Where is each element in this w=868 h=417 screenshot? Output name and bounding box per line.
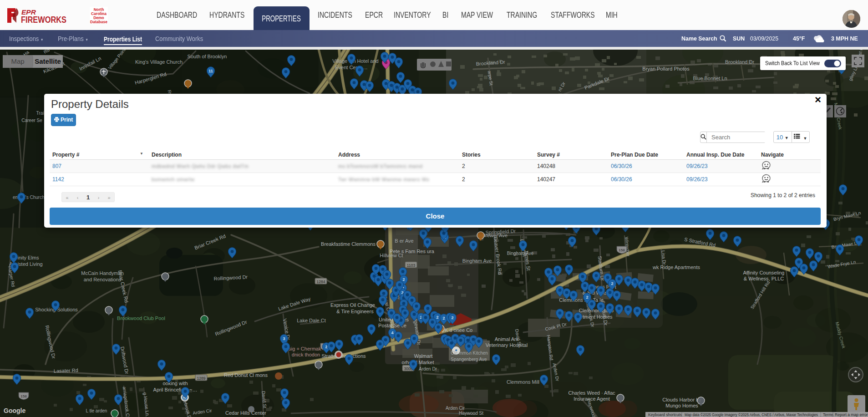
svg-text:artment Homes: artment Homes — [578, 314, 613, 320]
svg-text:Career Se: Career Se — [21, 118, 42, 123]
svg-text:FIREWORKS: FIREWORKS — [21, 15, 66, 24]
svg-text:Brewer Ave: Brewer Ave — [482, 233, 508, 238]
svg-text:Breakfastime Clemmons: Breakfastime Clemmons — [321, 241, 376, 247]
svg-text:2: 2 — [436, 315, 438, 320]
svg-text:Map: Map — [11, 57, 24, 65]
svg-text:1103: 1103 — [407, 263, 416, 268]
svg-text:and Renovations: and Renovations — [84, 277, 122, 282]
svg-text:Bingham Ave: Bingham Ave — [507, 251, 534, 256]
svg-text:April Brincefield ~…: April Brincefield ~… — [153, 387, 198, 392]
svg-text:South of Brooklyn: South of Brooklyn — [188, 54, 227, 59]
svg-text:Google: Google — [4, 407, 25, 414]
svg-text:Charles Weed · Aflac: Charles Weed · Aflac — [568, 390, 615, 396]
svg-text:Bingham Ave: Bingham Ave — [462, 258, 492, 264]
svg-text:Trai: Trai — [36, 111, 44, 116]
svg-text:ooking with: ooking with — [162, 381, 188, 386]
svg-text:B er Ave: B er Ave — [395, 238, 413, 244]
svg-text:Insurance Agent: Insurance Agent — [574, 396, 610, 402]
svg-text:wk Ridge Apartments: wk Ridge Apartments — [652, 264, 700, 270]
svg-text:Brookwood Club Pool: Brookwood Club Pool — [117, 315, 165, 321]
svg-text:Arden Dr: Arden Dr — [419, 366, 437, 371]
svg-text:Keyboard shortcuts: Keyboard shortcuts — [648, 412, 682, 417]
svg-text:L tle arden: L tle arden — [86, 408, 107, 413]
svg-text:2: 2 — [402, 277, 405, 282]
svg-text:Haywood St: Haywood St — [459, 411, 483, 416]
svg-text:2: 2 — [586, 295, 588, 300]
svg-text:Animal Ark: Animal Ark — [495, 336, 519, 342]
svg-text:Lake Dale Ct: Lake Dale Ct — [297, 318, 326, 323]
svg-text:2: 2 — [325, 345, 327, 349]
svg-text:Express Oil Change: Express Oil Change — [330, 302, 375, 308]
svg-text:Satellite: Satellite — [35, 57, 61, 65]
svg-text:2: 2 — [451, 315, 453, 320]
svg-text:dnick thodon: dnick thodon — [292, 352, 320, 357]
svg-text:Lasater Rd: Lasater Rd — [54, 367, 78, 374]
svg-text:Bryan Pollard Photos: Bryan Pollard Photos — [642, 66, 690, 71]
svg-text:Mungo Homes: Mungo Homes — [665, 403, 698, 408]
svg-text:Cedar Hills Center: Cedar Hills Center — [225, 410, 266, 416]
svg-text:Map data ©2025 Google Imagery: Map data ©2025 Google Imagery ©2025 Airb… — [685, 412, 818, 417]
svg-text:Red Donut Cl mons: Red Donut Cl mons — [224, 372, 268, 378]
svg-text:Spangenberg Ave: Spangenberg Ave — [451, 357, 487, 362]
svg-text:Village Inn Hotel and: Village Inn Hotel and — [332, 58, 378, 64]
svg-text:3: 3 — [283, 336, 285, 341]
svg-text:& Wellness, PLLC: & Wellness, PLLC — [744, 276, 784, 281]
svg-text:158: 158 — [20, 394, 27, 398]
svg-text:Walmart: Walmart — [414, 353, 433, 359]
svg-text:Report a map error: Report a map error — [835, 412, 868, 417]
svg-text:Brookland Dr: Brookland Dr — [725, 59, 755, 65]
svg-text:4: 4 — [391, 331, 393, 335]
svg-text:Stratton Inspections: Stratton Inspections — [321, 353, 366, 359]
svg-text:Affinity Counseling: Affinity Counseling — [743, 270, 785, 275]
svg-text:158: 158 — [619, 248, 625, 252]
svg-text:1284: 1284 — [317, 280, 325, 284]
svg-text:Clouds Harbor by: Clouds Harbor by — [662, 397, 701, 402]
svg-text:1289: 1289 — [197, 376, 206, 381]
svg-text:King's Village Church: King's Village Church — [135, 59, 183, 65]
svg-text:Blue Bonnet Ln: Blue Bonnet Ln — [693, 76, 727, 81]
svg-text:Clemmons Mill: Clemmons Mill — [507, 379, 539, 385]
svg-text:orhood Market: orhood Market — [402, 360, 434, 365]
svg-text:2: 2 — [442, 316, 445, 320]
svg-text:2: 2 — [611, 281, 613, 286]
svg-text:Arden Cir: Arden Cir — [446, 406, 465, 411]
svg-text:& Tire Engineers: & Tire Engineers — [336, 309, 374, 314]
svg-text:Pete s Fam Res ura: Pete s Fam Res ura — [390, 249, 435, 254]
svg-text:Terms: Terms — [823, 412, 833, 417]
svg-text:11: 11 — [208, 69, 213, 73]
